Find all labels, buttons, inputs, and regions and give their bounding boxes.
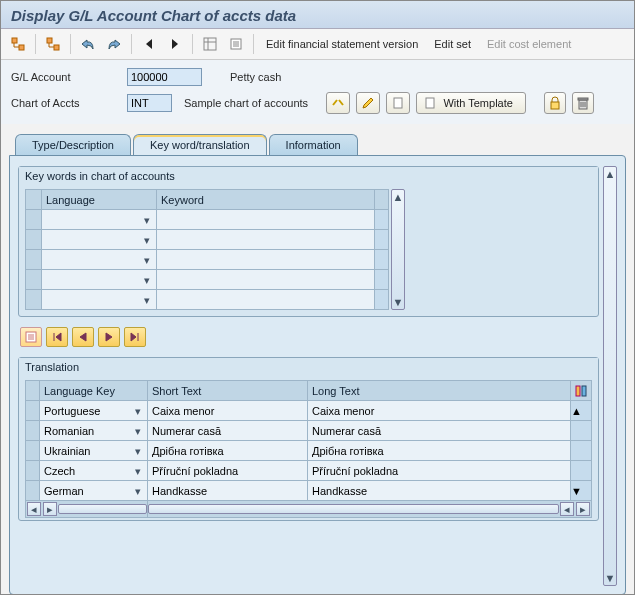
table-row[interactable] (26, 461, 40, 481)
translation-vscroll-cell[interactable] (571, 421, 592, 441)
toolbar: Edit financial statement version Edit se… (1, 29, 634, 60)
delete-button[interactable] (572, 92, 594, 114)
svg-rect-13 (582, 386, 586, 396)
translation-rowhead (26, 381, 40, 401)
edit-set-link[interactable]: Edit set (428, 35, 477, 53)
hscroll-track-left[interactable] (58, 504, 147, 514)
svg-rect-0 (12, 38, 17, 43)
hierarchy-edit-icon[interactable] (42, 33, 64, 55)
scroll-down-icon[interactable]: ▼ (604, 571, 616, 585)
mid-toolbar (20, 327, 599, 347)
hierarchy-display-icon[interactable] (7, 33, 29, 55)
translation-short-cell[interactable]: Numerar casă (148, 421, 308, 441)
next-icon[interactable] (164, 33, 186, 55)
translation-short-cell[interactable]: Caixa menor (148, 401, 308, 421)
table-row[interactable] (26, 481, 40, 501)
tab-vscrollbar[interactable]: ▲ ▼ (603, 166, 617, 586)
keywords-col-keyword[interactable]: Keyword (157, 190, 375, 210)
translation-vscroll-cell[interactable] (571, 461, 592, 481)
translation-lang-cell[interactable]: German▾ (40, 481, 148, 501)
new-entries-icon[interactable] (20, 327, 42, 347)
translation-col-short[interactable]: Short Text (148, 381, 308, 401)
table-row[interactable] (26, 270, 42, 290)
lock-button[interactable] (544, 92, 566, 114)
chevron-down-icon[interactable]: ▾ (140, 293, 154, 307)
undo-icon[interactable] (77, 33, 99, 55)
translation-lang-cell[interactable]: Portuguese▾ (40, 401, 148, 421)
overview-icon[interactable] (199, 33, 221, 55)
hscroll-right-icon[interactable]: ▸ (43, 502, 57, 516)
chevron-down-icon[interactable]: ▾ (131, 444, 145, 458)
translation-long-cell[interactable]: Numerar casă (308, 421, 571, 441)
chart-of-accts-desc: Sample chart of accounts (184, 97, 308, 109)
svg-rect-6 (394, 98, 402, 108)
translation-vscroll-cell[interactable]: ▲ (571, 401, 592, 421)
gl-account-desc: Petty cash (230, 71, 281, 83)
tab-type-description[interactable]: Type/Description (15, 134, 131, 155)
translation-vscroll-cell[interactable] (571, 441, 592, 461)
edit-button[interactable] (356, 92, 380, 114)
svg-rect-2 (47, 38, 52, 43)
translation-vscroll-cell[interactable]: ▼ (571, 481, 592, 501)
chevron-down-icon[interactable]: ▾ (140, 273, 154, 287)
translation-short-cell[interactable]: Handkasse (148, 481, 308, 501)
chevron-down-icon[interactable]: ▾ (140, 213, 154, 227)
table-row[interactable] (26, 230, 42, 250)
hscroll-left-icon[interactable]: ◂ (27, 502, 41, 516)
translation-long-cell[interactable]: Caixa menor (308, 401, 571, 421)
svg-rect-7 (426, 98, 434, 108)
create-button[interactable] (386, 92, 410, 114)
chart-of-accts-field[interactable] (127, 94, 172, 112)
gl-account-field[interactable] (127, 68, 202, 86)
table-row[interactable] (26, 441, 40, 461)
chevron-down-icon[interactable]: ▾ (140, 253, 154, 267)
table-settings-icon[interactable] (571, 381, 592, 401)
table-row[interactable] (26, 290, 42, 310)
hscroll-right2-icon[interactable]: ▸ (576, 502, 590, 516)
prev-icon[interactable] (138, 33, 160, 55)
chart-of-accts-label: Chart of Accts (11, 97, 121, 109)
translation-long-cell[interactable]: Handkasse (308, 481, 571, 501)
table-row[interactable] (26, 210, 42, 230)
scroll-up-icon[interactable]: ▲ (392, 190, 404, 204)
next-page-icon[interactable] (98, 327, 120, 347)
translation-long-cell[interactable]: Příruční pokladna (308, 461, 571, 481)
scroll-up-icon[interactable]: ▲ (604, 167, 616, 181)
chevron-down-icon[interactable]: ▾ (140, 233, 154, 247)
translation-short-cell[interactable]: Příruční pokladna (148, 461, 308, 481)
translation-col-long[interactable]: Long Text (308, 381, 571, 401)
svg-rect-12 (576, 386, 580, 396)
table-row[interactable] (26, 421, 40, 441)
translation-long-cell[interactable]: Дрібна готівка (308, 441, 571, 461)
translation-col-langkey[interactable]: Language Key (40, 381, 148, 401)
tab-key-word-translation[interactable]: Key word/translation (133, 134, 267, 155)
chevron-down-icon[interactable]: ▾ (131, 404, 145, 418)
translation-panel: Translation Language Key Short Text Long… (18, 357, 599, 521)
svg-rect-3 (54, 45, 59, 50)
edit-fsv-link[interactable]: Edit financial statement version (260, 35, 424, 53)
translation-short-cell[interactable]: Дрібна готівка (148, 441, 308, 461)
list-icon[interactable] (225, 33, 247, 55)
tab-strip: Type/Description Key word/translation In… (9, 134, 626, 595)
translation-lang-cell[interactable]: Romanian▾ (40, 421, 148, 441)
keywords-vscrollbar[interactable]: ▲ ▼ (391, 189, 405, 310)
hscroll-track-right[interactable] (148, 504, 559, 514)
tab-information[interactable]: Information (269, 134, 358, 155)
prev-page-icon[interactable] (72, 327, 94, 347)
scroll-down-icon[interactable]: ▼ (392, 295, 404, 309)
chevron-down-icon[interactable]: ▾ (131, 464, 145, 478)
translation-lang-cell[interactable]: Czech▾ (40, 461, 148, 481)
chevron-down-icon[interactable]: ▾ (131, 484, 145, 498)
table-row[interactable] (26, 250, 42, 270)
hscroll-left2-icon[interactable]: ◂ (560, 502, 574, 516)
first-page-icon[interactable] (46, 327, 68, 347)
with-template-button[interactable]: With Template (416, 92, 526, 114)
redo-icon[interactable] (103, 33, 125, 55)
edit-cost-link: Edit cost element (481, 35, 577, 53)
chevron-down-icon[interactable]: ▾ (131, 424, 145, 438)
table-row[interactable] (26, 401, 40, 421)
translation-lang-cell[interactable]: Ukrainian▾ (40, 441, 148, 461)
check-button[interactable] (326, 92, 350, 114)
last-page-icon[interactable] (124, 327, 146, 347)
keywords-col-language[interactable]: Language (42, 190, 157, 210)
